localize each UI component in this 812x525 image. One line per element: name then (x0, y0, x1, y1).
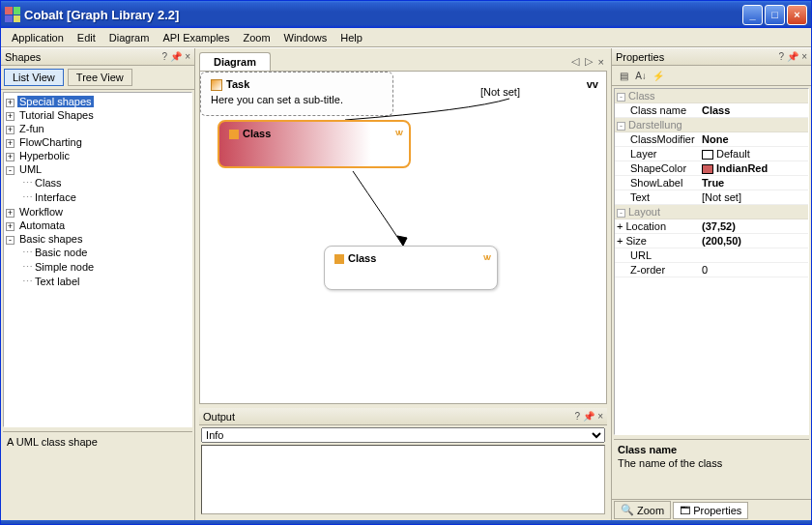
prop-category-layout[interactable]: -Layout (615, 205, 808, 219)
close-button[interactable]: × (787, 5, 807, 25)
prop-zorder[interactable]: Z-order (615, 263, 700, 277)
expand-icon[interactable]: + (6, 126, 14, 134)
output-filter-select[interactable]: Info (201, 427, 605, 443)
output-header[interactable]: Output ? 📌 × (199, 408, 607, 425)
menu-windows[interactable]: Windows (277, 30, 334, 45)
diagram-canvas[interactable]: [Not set] Class vv Class vv Taskvv Here … (199, 71, 607, 404)
prop-classmodifier[interactable]: ClassModifier (615, 132, 700, 146)
properties-panel: Properties ? 📌 × ▤ A↓ ⚡ -Class Class nam… (612, 48, 811, 520)
tree-item[interactable]: +Z-fun (6, 122, 189, 135)
help-icon[interactable]: ? (162, 51, 168, 62)
diagram-tab[interactable]: Diagram (199, 52, 271, 71)
tree-label[interactable]: Simple node (33, 261, 96, 273)
tree-item[interactable]: -Basic shapes (6, 232, 189, 246)
events-icon[interactable]: ⚡ (651, 68, 666, 83)
tree-label[interactable]: FlowCharting (17, 136, 84, 148)
class-node[interactable]: Class vv (324, 246, 498, 290)
app-window: Cobalt [Graph Library 2.2] _ □ × Applica… (0, 0, 812, 525)
prop-size[interactable]: +Size (615, 234, 700, 248)
list-view-button[interactable]: List View (4, 69, 64, 86)
tree-view-button[interactable]: Tree View (68, 69, 132, 86)
close-icon[interactable]: × (801, 51, 807, 62)
tree-item[interactable]: -UML (6, 162, 189, 176)
tab-next-icon[interactable]: ▷ (582, 55, 595, 68)
chevron-down-icon[interactable]: vv (587, 78, 598, 90)
minimize-button[interactable]: _ (742, 5, 763, 25)
tree-label[interactable]: Workflow (17, 206, 65, 218)
prop-url[interactable]: URL (615, 248, 700, 262)
tab-close-icon[interactable]: × (595, 56, 607, 68)
tree-item[interactable]: ⋯Basic node (6, 246, 189, 260)
tree-item[interactable]: +Special shapes (6, 95, 189, 108)
help-icon[interactable]: ? (575, 411, 581, 422)
expand-icon[interactable]: + (6, 112, 14, 121)
menu-help[interactable]: Help (334, 30, 369, 45)
prop-shapecolor[interactable]: ShapeColor (615, 161, 700, 175)
menu-diagram[interactable]: Diagram (102, 30, 157, 45)
tree-label[interactable]: Class (33, 177, 64, 189)
prop-location[interactable]: +Location (615, 219, 700, 233)
tree-label[interactable]: Hyperbolic (17, 150, 72, 161)
close-icon[interactable]: × (185, 51, 190, 62)
collapse-icon[interactable]: - (6, 236, 14, 245)
alphabetical-icon[interactable]: A↓ (633, 68, 649, 83)
tree-item[interactable]: +Tutorial Shapes (6, 108, 189, 122)
prop-text[interactable]: Text (615, 190, 700, 204)
tree-item[interactable]: ⋯Interface (6, 190, 189, 205)
prop-classname[interactable]: Class name (615, 103, 700, 117)
chevron-down-icon[interactable]: vv (483, 252, 489, 262)
titlebar[interactable]: Cobalt [Graph Library 2.2] _ □ × (1, 1, 811, 28)
expand-icon[interactable]: + (6, 222, 14, 231)
output-body[interactable] (201, 445, 605, 514)
pin-icon[interactable]: 📌 (583, 411, 594, 422)
tree-label[interactable]: UML (17, 163, 44, 175)
tab-properties[interactable]: 🗔Properties (673, 502, 748, 519)
tab-prev-icon[interactable]: ◁ (568, 55, 582, 68)
output-panel: Output ? 📌 × Info (199, 408, 607, 516)
maximize-button[interactable]: □ (765, 5, 785, 25)
prop-layer[interactable]: Layer (615, 147, 700, 160)
tree-item[interactable]: +FlowCharting (6, 135, 189, 149)
collapse-icon[interactable]: - (6, 166, 14, 175)
shapes-tree[interactable]: +Special shapes+Tutorial Shapes+Z-fun+Fl… (3, 92, 192, 427)
properties-grid[interactable]: -Class Class nameClass -Darstellung Clas… (614, 88, 809, 435)
categorized-icon[interactable]: ▤ (616, 68, 631, 83)
menu-api-examples[interactable]: API Examples (156, 30, 236, 45)
tree-item[interactable]: ⋯Text label (6, 275, 189, 289)
class-node-selected[interactable]: Class vv (218, 120, 411, 168)
help-icon[interactable]: ? (779, 51, 785, 62)
tree-label[interactable]: Basic node (33, 247, 89, 258)
tree-label[interactable]: Tutorial Shapes (17, 109, 96, 121)
tree-label[interactable]: Text label (33, 276, 81, 287)
tab-zoom[interactable]: 🔍Zoom (614, 501, 671, 519)
tree-item[interactable]: +Hyperbolic (6, 149, 189, 162)
close-icon[interactable]: × (597, 411, 603, 422)
shapes-header[interactable]: Shapes ? 📌 × (1, 48, 194, 66)
menu-edit[interactable]: Edit (71, 30, 102, 45)
properties-title: Properties (616, 51, 664, 63)
prop-category-class[interactable]: -Class (615, 89, 808, 103)
tree-label[interactable]: Basic shapes (17, 233, 84, 245)
expand-icon[interactable]: + (6, 99, 14, 107)
expand-icon[interactable]: + (6, 139, 14, 148)
tree-item[interactable]: +Workflow (6, 205, 189, 219)
pin-icon[interactable]: 📌 (170, 51, 182, 62)
menu-application[interactable]: Application (5, 30, 71, 45)
tree-item[interactable]: +Automata (6, 219, 189, 232)
center-area: Diagram ◁ ▷ × [Not set] Class vv Clas (195, 48, 612, 520)
pin-icon[interactable]: 📌 (787, 51, 798, 62)
expand-icon[interactable]: + (6, 153, 14, 161)
tree-label[interactable]: Interface (33, 191, 78, 203)
tree-label[interactable]: Automata (17, 219, 67, 231)
tree-item[interactable]: ⋯Class (6, 176, 189, 190)
chevron-down-icon[interactable]: vv (395, 128, 401, 137)
properties-header[interactable]: Properties ? 📌 × (612, 48, 811, 66)
prop-showlabel[interactable]: ShowLabel (615, 176, 700, 190)
tree-label[interactable]: Special shapes (17, 96, 94, 107)
tree-item[interactable]: ⋯Simple node (6, 260, 189, 275)
menu-zoom[interactable]: Zoom (236, 30, 276, 45)
tree-label[interactable]: Z-fun (17, 123, 46, 134)
expand-icon[interactable]: + (6, 209, 14, 218)
prop-category-darstellung[interactable]: -Darstellung (615, 118, 808, 132)
class-icon (334, 254, 344, 264)
